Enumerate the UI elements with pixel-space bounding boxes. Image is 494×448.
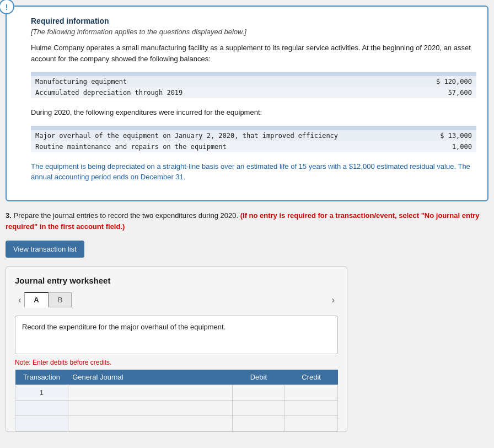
row2-debit-input[interactable] (233, 401, 285, 415)
expenditure-value-2: 1,000 (425, 141, 476, 152)
expenditure-label-2: Routine maintenance and repairs on the e… (31, 141, 425, 152)
row2-transaction (15, 401, 68, 416)
tab-next-arrow[interactable]: › (329, 293, 338, 307)
expenditure-table: Major overhaul of the equipment on Janua… (31, 126, 476, 152)
row1-journal-input[interactable] (68, 385, 232, 400)
table-row (15, 401, 338, 416)
journal-table: Transaction General Journal Debit Credit… (15, 370, 338, 431)
row3-debit-input[interactable] (233, 416, 285, 431)
question-number: 3. (6, 211, 12, 220)
col-header-credit: Credit (285, 370, 338, 385)
expenditure-intro: During 2020, the following expenditures … (31, 107, 476, 118)
balance-value-1: $ 120,000 (377, 76, 476, 87)
balance-label-1: Manufacturing equipment (31, 76, 377, 87)
row1-credit-input[interactable] (285, 385, 337, 400)
row2-journal-input[interactable] (68, 401, 232, 415)
row2-debit-cell[interactable] (232, 401, 285, 416)
journal-worksheet-card: Journal entry worksheet ‹ A B › Record t… (6, 266, 347, 432)
question-text: Prepare the journal entries to record th… (13, 211, 238, 220)
row1-transaction: 1 (15, 385, 68, 401)
expenditure-row-2: Routine maintenance and repairs on the e… (31, 141, 476, 152)
row1-credit-cell[interactable] (285, 385, 338, 401)
note-text: Note: Enter debits before credits. (15, 359, 338, 366)
journal-worksheet-title: Journal entry worksheet (15, 276, 338, 285)
expenditure-label-1: Major overhaul of the equipment on Janua… (31, 130, 425, 141)
balance-row-2: Accumulated depreciation through 2019 57… (31, 87, 476, 98)
question-section: 3. Prepare the journal entries to record… (6, 210, 488, 233)
description-box: Record the expenditure for the major ove… (15, 316, 338, 354)
tab-b[interactable]: B (49, 292, 72, 307)
depreciation-text: The equipment is being depreciated on a … (31, 161, 476, 183)
row3-credit-input[interactable] (285, 416, 337, 431)
row1-debit-cell[interactable] (232, 385, 285, 401)
required-info-title: Required information (31, 17, 476, 25)
row1-journal-cell[interactable] (68, 385, 232, 401)
row3-journal-cell[interactable] (68, 416, 232, 431)
col-header-debit: Debit (232, 370, 285, 385)
balance-row-1: Manufacturing equipment $ 120,000 (31, 76, 476, 87)
row2-journal-cell[interactable] (68, 401, 232, 416)
italic-subtitle: [The following information applies to th… (31, 28, 476, 36)
info-badge: ! (0, 0, 14, 14)
row1-debit-input[interactable] (233, 385, 285, 400)
row2-credit-input[interactable] (285, 401, 337, 415)
balance-table: Manufacturing equipment $ 120,000 Accumu… (31, 72, 476, 98)
balance-value-2: 57,600 (377, 87, 476, 98)
expenditure-value-1: $ 13,000 (425, 130, 476, 141)
balance-label-2: Accumulated depreciation through 2019 (31, 87, 377, 98)
tab-prev-arrow[interactable]: ‹ (15, 293, 24, 307)
row3-journal-input[interactable] (68, 416, 232, 431)
row3-credit-cell[interactable] (285, 416, 338, 431)
description-text: Record the expenditure for the major ove… (22, 323, 225, 331)
col-header-transaction: Transaction (15, 370, 68, 385)
expenditure-row-1: Major overhaul of the equipment on Janua… (31, 130, 476, 141)
col-header-journal: General Journal (68, 370, 232, 385)
tab-row: ‹ A B › (15, 292, 338, 308)
table-row (15, 416, 338, 431)
main-info-card: ! Required information [The following in… (6, 6, 488, 201)
row2-credit-cell[interactable] (285, 401, 338, 416)
row3-transaction (15, 416, 68, 431)
table-row: 1 (15, 385, 338, 401)
intro-body-text: Hulme Company operates a small manufactu… (31, 42, 476, 64)
row3-debit-cell[interactable] (232, 416, 285, 431)
tab-a[interactable]: A (24, 292, 48, 308)
view-transaction-button[interactable]: View transaction list (6, 241, 84, 258)
